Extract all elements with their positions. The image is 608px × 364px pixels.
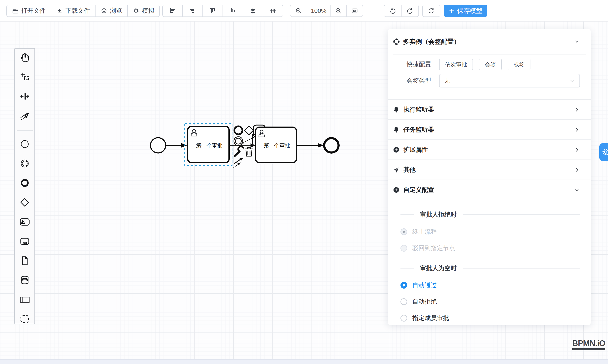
section-label: 其他: [403, 166, 416, 174]
zoom-out-button[interactable]: [290, 5, 307, 17]
sign-type-value: 无: [444, 77, 569, 85]
quick-option-sequential-button[interactable]: 依次审批: [439, 59, 473, 70]
radio-assign-member[interactable]: 指定成员审批: [388, 312, 591, 325]
section-custom-config[interactable]: 自定义配置: [388, 180, 591, 200]
align-center-horizontal-button[interactable]: [243, 5, 263, 17]
reject-title-row: 审批人拒绝时: [388, 210, 591, 219]
data-store-tool-icon[interactable]: [19, 275, 30, 286]
connect-icon[interactable]: [234, 158, 243, 167]
chip-icon: [133, 7, 139, 14]
radio-label: 自动通过: [412, 281, 437, 289]
lasso-tool-icon[interactable]: [19, 71, 30, 82]
fit-viewport-icon: [351, 7, 358, 14]
group-tool-icon[interactable]: [19, 313, 30, 325]
zoom-fit-button[interactable]: [346, 5, 363, 17]
radio-checked-icon[interactable]: [400, 282, 407, 289]
multi-instance-icon: [393, 38, 400, 45]
section-label: 扩展属性: [403, 145, 428, 154]
zoom-level-display[interactable]: 100%: [307, 5, 330, 17]
open-file-label: 打开文件: [21, 7, 46, 15]
subprocess-tool-icon[interactable]: [19, 236, 30, 247]
settings-tab[interactable]: [599, 143, 608, 161]
wrench-icon[interactable]: [235, 147, 243, 156]
radio-unchecked-icon[interactable]: [400, 298, 407, 305]
sequence-flow-3[interactable]: [296, 143, 323, 147]
bpmn-diagram: 第一个审批: [144, 118, 347, 177]
align-left-button[interactable]: [162, 5, 183, 17]
radio-disabled-icon: [400, 245, 407, 252]
end-event[interactable]: [324, 138, 339, 153]
zoom-level-value: 100%: [311, 7, 327, 14]
quick-option-orsign-button[interactable]: 或签: [508, 59, 530, 70]
start-event-tool-icon[interactable]: [19, 139, 30, 150]
append-intermediate-event-icon[interactable]: [234, 137, 243, 145]
radio-unchecked-icon[interactable]: [400, 315, 407, 322]
reject-title: 审批人拒绝时: [420, 210, 457, 219]
align-bottom-button[interactable]: [223, 5, 243, 17]
hand-tool-icon[interactable]: [19, 52, 30, 63]
browse-button[interactable]: 浏览: [95, 5, 128, 17]
history-toolbar-group: [384, 5, 419, 17]
open-file-button[interactable]: 打开文件: [6, 5, 51, 17]
section-other[interactable]: 其他: [388, 159, 591, 180]
radio-auto-pass[interactable]: 自动通过: [388, 278, 591, 292]
section-task-listener[interactable]: 任务监听器: [388, 119, 591, 139]
global-connect-tool-icon[interactable]: [19, 110, 30, 121]
align-top-icon: [209, 7, 216, 14]
palette-separator: [17, 130, 33, 130]
task-first-approval[interactable]: 第一个审批: [188, 126, 229, 163]
refresh-button[interactable]: [422, 5, 440, 17]
section-execution-listener[interactable]: 执行监听器: [388, 99, 591, 119]
quick-option-countersign-button[interactable]: 会签: [479, 59, 502, 70]
space-tool-icon[interactable]: [19, 91, 30, 102]
simulate-button[interactable]: 模拟: [127, 5, 160, 17]
sign-type-select[interactable]: 无: [439, 74, 580, 88]
chevron-right-icon: [574, 127, 580, 133]
save-model-button[interactable]: 保存模型: [444, 5, 487, 17]
align-center-vertical-icon: [269, 7, 277, 14]
folder-icon: [12, 7, 19, 14]
undo-icon: [389, 7, 396, 14]
chevron-down-icon[interactable]: [574, 39, 580, 45]
redo-button[interactable]: [401, 5, 419, 17]
chevron-right-icon: [574, 106, 580, 113]
browse-label: 浏览: [110, 7, 122, 15]
zoom-out-icon: [295, 7, 302, 14]
download-icon: [56, 7, 63, 14]
end-event-tool-icon[interactable]: [19, 177, 30, 188]
align-center-horizontal-icon: [249, 7, 257, 14]
start-event[interactable]: [150, 138, 166, 153]
sequence-flow-1[interactable]: [166, 143, 187, 147]
append-gateway-icon[interactable]: [245, 126, 253, 135]
refresh-icon: [428, 7, 435, 14]
save-model-label: 保存模型: [457, 7, 482, 15]
align-top-button[interactable]: [202, 5, 223, 17]
intermediate-event-tool-icon[interactable]: [19, 158, 30, 169]
panel-header[interactable]: 多实例（会签配置）: [388, 34, 591, 49]
radio-label: 终止流程: [412, 228, 437, 236]
undo-button[interactable]: [384, 5, 401, 17]
align-toolbar-group: [162, 5, 283, 17]
radio-auto-reject[interactable]: 自动拒绝: [388, 295, 591, 308]
participant-tool-icon[interactable]: [19, 294, 30, 305]
align-right-button[interactable]: [182, 5, 203, 17]
download-file-button[interactable]: 下载文件: [51, 5, 95, 17]
quick-config-label: 快捷配置: [393, 60, 431, 69]
trash-icon[interactable]: [245, 148, 253, 156]
bpmn-io-logo[interactable]: BPMN.iO: [572, 339, 605, 350]
zoom-in-button[interactable]: [330, 5, 347, 17]
radio-label: 自动拒绝: [412, 298, 437, 306]
gateway-tool-icon[interactable]: [19, 197, 30, 208]
data-object-tool-icon[interactable]: [19, 255, 30, 266]
bell-icon: [393, 106, 400, 113]
gear-icon: [601, 148, 608, 156]
task-second-approval[interactable]: 第二个审批: [255, 127, 296, 163]
append-end-event-icon[interactable]: [234, 126, 242, 134]
align-center-vertical-button[interactable]: [263, 5, 283, 17]
task-first-approval-label: 第一个审批: [196, 143, 223, 148]
redo-icon: [407, 7, 413, 14]
user-task-tool-icon[interactable]: [19, 216, 30, 227]
panel-title: 多实例（会签配置）: [403, 37, 460, 46]
section-extended-properties[interactable]: 扩展属性: [388, 139, 591, 159]
preview-icon: [101, 7, 107, 14]
